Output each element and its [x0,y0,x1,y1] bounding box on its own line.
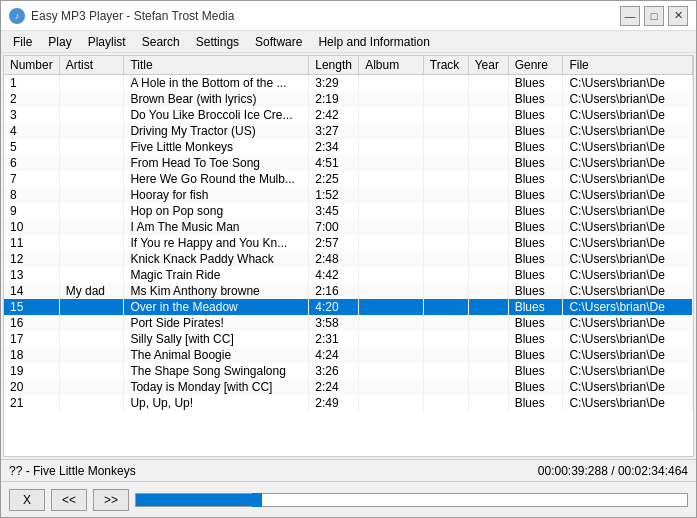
next-button[interactable]: >> [93,489,129,511]
table-header: Number Artist Title Length Album Track Y… [4,56,693,75]
col-header-number: Number [4,56,59,75]
length-cell: 4:24 [309,347,359,363]
track-cell [423,123,468,139]
table-row[interactable]: 19The Shape Song Swingalong3:26BluesC:\U… [4,363,693,379]
title-cell: Here We Go Round the Mulb... [124,171,309,187]
track-cell [423,379,468,395]
table-row[interactable]: 12Knick Knack Paddy Whack2:48BluesC:\Use… [4,251,693,267]
length-cell: 2:57 [309,235,359,251]
year-cell [468,155,508,171]
table-row[interactable]: 21Up, Up, Up!2:49BluesC:\Users\brian\De [4,395,693,411]
number-cell: 3 [4,107,59,123]
window-title: Easy MP3 Player - Stefan Trost Media [31,9,234,23]
artist-cell [59,267,124,283]
menu-settings[interactable]: Settings [188,33,247,51]
maximize-button[interactable]: □ [644,6,664,26]
file-cell: C:\Users\brian\De [563,251,693,267]
track-cell [423,155,468,171]
genre-cell: Blues [508,203,563,219]
year-cell [468,187,508,203]
file-cell: C:\Users\brian\De [563,283,693,299]
col-header-year: Year [468,56,508,75]
table-row[interactable]: 16Port Side Pirates!3:58BluesC:\Users\br… [4,315,693,331]
table-row[interactable]: 1A Hole in the Bottom of the ...3:29Blue… [4,75,693,92]
length-cell: 4:51 [309,155,359,171]
length-cell: 3:26 [309,363,359,379]
album-cell [359,155,424,171]
album-cell [359,171,424,187]
menu-search[interactable]: Search [134,33,188,51]
table-row[interactable]: 6From Head To Toe Song4:51BluesC:\Users\… [4,155,693,171]
table-row[interactable]: 15Over in the Meadow4:20BluesC:\Users\br… [4,299,693,315]
menu-software[interactable]: Software [247,33,310,51]
minimize-button[interactable]: — [620,6,640,26]
table-row[interactable]: 3Do You Like Broccoli Ice Cre...2:42Blue… [4,107,693,123]
table-row[interactable]: 11If You re Happy and You Kn...2:57Blues… [4,235,693,251]
album-cell [359,107,424,123]
title-cell: Up, Up, Up! [124,395,309,411]
progress-bar[interactable] [135,493,688,507]
genre-cell: Blues [508,251,563,267]
file-cell: C:\Users\brian\De [563,315,693,331]
title-cell: I Am The Music Man [124,219,309,235]
genre-cell: Blues [508,123,563,139]
menu-play[interactable]: Play [40,33,79,51]
table-row[interactable]: 9Hop on Pop song3:45BluesC:\Users\brian\… [4,203,693,219]
table-row[interactable]: 17Silly Sally [with CC]2:31BluesC:\Users… [4,331,693,347]
title-cell: Do You Like Broccoli Ice Cre... [124,107,309,123]
track-cell [423,187,468,203]
time-total: 00:02:34:464 [618,464,688,478]
track-cell [423,251,468,267]
file-cell: C:\Users\brian\De [563,395,693,411]
table-row[interactable]: 18The Animal Boogie4:24BluesC:\Users\bri… [4,347,693,363]
length-cell: 2:16 [309,283,359,299]
table-row[interactable]: 5Five Little Monkeys2:34BluesC:\Users\br… [4,139,693,155]
file-cell: C:\Users\brian\De [563,91,693,107]
table-row[interactable]: 14My dadMs Kim Anthony browne2:16BluesC:… [4,283,693,299]
table-row[interactable]: 20Today is Monday [with CC]2:24BluesC:\U… [4,379,693,395]
table-row[interactable]: 7Here We Go Round the Mulb...2:25BluesC:… [4,171,693,187]
table-row[interactable]: 10I Am The Music Man7:00BluesC:\Users\br… [4,219,693,235]
table-row[interactable]: 2Brown Bear (with lyrics)2:19BluesC:\Use… [4,91,693,107]
length-cell: 2:31 [309,331,359,347]
stop-button[interactable]: X [9,489,45,511]
menu-help[interactable]: Help and Information [310,33,437,51]
year-cell [468,379,508,395]
album-cell [359,363,424,379]
number-cell: 5 [4,139,59,155]
genre-cell: Blues [508,315,563,331]
track-cell [423,395,468,411]
length-cell: 2:48 [309,251,359,267]
file-cell: C:\Users\brian\De [563,347,693,363]
number-cell: 18 [4,347,59,363]
number-cell: 13 [4,267,59,283]
menu-file[interactable]: File [5,33,40,51]
table-row[interactable]: 13Magic Train Ride4:42BluesC:\Users\bria… [4,267,693,283]
track-table: Number Artist Title Length Album Track Y… [4,56,693,411]
prev-button[interactable]: << [51,489,87,511]
menu-playlist[interactable]: Playlist [80,33,134,51]
number-cell: 19 [4,363,59,379]
file-cell: C:\Users\brian\De [563,379,693,395]
length-cell: 2:42 [309,107,359,123]
title-bar-controls: — □ ✕ [620,6,688,26]
progress-thumb[interactable] [252,493,262,507]
track-cell [423,107,468,123]
close-button[interactable]: ✕ [668,6,688,26]
number-cell: 17 [4,331,59,347]
length-cell: 3:29 [309,75,359,92]
current-track-label: ?? - Five Little Monkeys [9,464,136,478]
table-row[interactable]: 8Hooray for fish1:52BluesC:\Users\brian\… [4,187,693,203]
controls-bar: X << >> [1,481,696,517]
album-cell [359,251,424,267]
track-table-container[interactable]: Number Artist Title Length Album Track Y… [3,55,694,457]
year-cell [468,267,508,283]
file-cell: C:\Users\brian\De [563,363,693,379]
album-cell [359,75,424,92]
time-separator: / [611,464,618,478]
genre-cell: Blues [508,107,563,123]
col-header-length: Length [309,56,359,75]
artist-cell [59,171,124,187]
table-row[interactable]: 4Driving My Tractor (US)3:27BluesC:\User… [4,123,693,139]
number-cell: 11 [4,235,59,251]
